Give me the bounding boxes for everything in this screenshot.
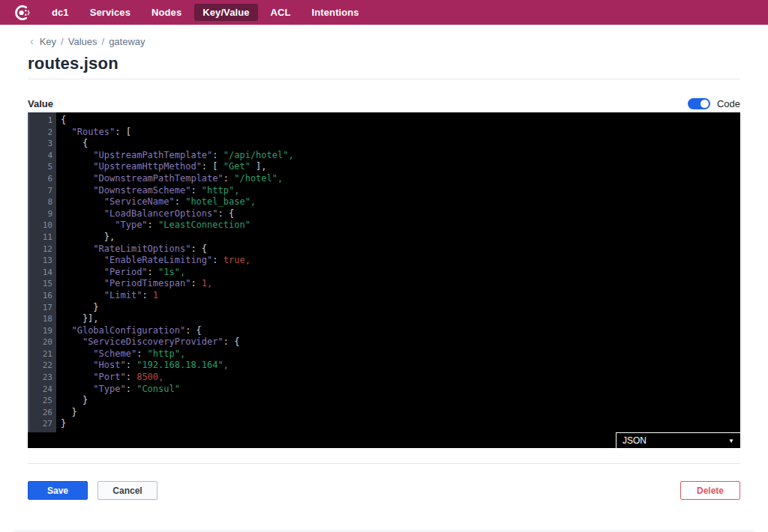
line-number: 8 [29, 196, 52, 208]
page-title: routes.json [28, 55, 740, 73]
code-line: } [61, 407, 740, 419]
code-line: "Type": "Consul" [61, 384, 740, 396]
top-nav: dc1ServicesNodesKey/ValueACLIntentions [0, 0, 768, 25]
editor-code-lines[interactable]: { "Routes": [ { "UpstreamPathTemplate": … [56, 112, 740, 432]
code-line: { [61, 115, 740, 127]
save-button[interactable]: Save [28, 481, 88, 500]
code-line: }, [61, 232, 740, 244]
code-toggle[interactable] [688, 98, 710, 109]
line-number: 23 [29, 372, 52, 384]
code-line: "GlobalConfiguration": { [61, 325, 740, 337]
line-number: 11 [29, 232, 52, 244]
consul-logo-icon[interactable] [12, 3, 32, 22]
line-number: 13 [29, 255, 52, 267]
breadcrumb: ‹ Key/Values/gateway [30, 35, 768, 47]
line-number: 19 [29, 325, 52, 337]
code-line: } [61, 395, 740, 407]
code-line: "Port": 8500, [61, 372, 740, 384]
cancel-button[interactable]: Cancel [98, 481, 158, 500]
line-number: 17 [29, 302, 52, 314]
code-line: "ServiceName": "hotel_base", [61, 196, 740, 208]
value-row: Value Code [28, 97, 740, 109]
line-number: 22 [29, 360, 52, 372]
breadcrumb-link-gateway[interactable]: gateway [109, 36, 145, 47]
code-line: } [61, 302, 740, 314]
line-number: 18 [29, 313, 52, 325]
code-line: "PeriodTimespan": 1, [61, 278, 740, 290]
code-line: } [61, 418, 740, 430]
syntax-mode-select[interactable]: JSON ▼ [616, 432, 740, 448]
line-number: 16 [29, 290, 52, 302]
line-number: 2 [29, 127, 52, 139]
code-line: "DownstreamScheme": "http", [61, 185, 740, 197]
nav-item-services[interactable]: Services [82, 4, 139, 21]
line-number: 4 [29, 150, 52, 162]
line-number: 6 [29, 173, 52, 185]
line-number: 25 [29, 395, 52, 407]
breadcrumb-separator: / [102, 36, 105, 47]
code-line: }], [61, 313, 740, 325]
line-number: 21 [29, 348, 52, 360]
code-editor: 1234567891011121314151617181920212223242… [28, 112, 740, 448]
nav-item-intentions[interactable]: Intentions [304, 4, 368, 21]
code-line: "Host": "192.168.18.164", [61, 360, 740, 372]
breadcrumb-separator: / [61, 36, 64, 47]
delete-button[interactable]: Delete [680, 481, 740, 500]
nav-item-nodes[interactable]: Nodes [143, 4, 190, 21]
nav-item-acl[interactable]: ACL [262, 4, 299, 21]
chevron-down-icon: ▼ [728, 438, 734, 444]
breadcrumb-link-values[interactable]: Values [68, 36, 98, 47]
line-number: 14 [29, 267, 52, 279]
footer-divider [14, 531, 754, 531]
line-number: 26 [29, 407, 52, 419]
editor-statusbar: JSON ▼ [28, 432, 740, 448]
line-number: 5 [29, 161, 52, 173]
code-line: "Scheme": "http", [61, 348, 740, 360]
code-line: "RateLimitOptions": { [61, 244, 740, 256]
code-line: { [61, 138, 740, 150]
toggle-knob [700, 100, 709, 108]
line-number: 3 [29, 138, 52, 150]
line-number: 10 [29, 220, 52, 232]
value-field-label: Value [28, 98, 53, 109]
code-line: "LoadBalancerOptions": { [61, 208, 740, 220]
breadcrumb-crumbs: Key/Values/gateway [40, 36, 146, 47]
code-editor-body[interactable]: 1234567891011121314151617181920212223242… [28, 112, 740, 432]
code-line: "UpstreamHttpMethod": [ "Get" ], [61, 161, 740, 173]
nav-item-key-value[interactable]: Key/Value [194, 4, 257, 21]
nav-items: dc1ServicesNodesKey/ValueACLIntentions [44, 0, 372, 25]
line-number: 1 [29, 115, 52, 127]
line-number: 20 [29, 336, 52, 348]
nav-item-dc1[interactable]: dc1 [44, 4, 77, 21]
code-line: "Type": "LeastConnection" [61, 220, 740, 232]
line-number: 24 [29, 384, 52, 396]
code-line: "Routes": [ [61, 127, 740, 139]
code-line: "UpstreamPathTemplate": "/api/hotel", [61, 150, 740, 162]
line-number: 15 [29, 278, 52, 290]
line-number: 9 [29, 208, 52, 220]
code-toggle-label: Code [717, 98, 740, 109]
code-line: "Limit": 1 [61, 290, 740, 302]
code-line: "DownstreamPathTemplate": "/hotel", [61, 173, 740, 185]
code-line: "Period": "1s", [61, 267, 740, 279]
page-header: routes.json [28, 55, 740, 79]
editor-gutter: 1234567891011121314151617181920212223242… [28, 112, 56, 432]
syntax-mode-value: JSON [622, 435, 646, 446]
code-toggle-wrap: Code [688, 98, 740, 109]
code-line: "ServiceDiscoveryProvider": { [61, 336, 740, 348]
actions-row: Save Cancel Delete [28, 463, 740, 500]
line-number: 27 [29, 418, 52, 430]
line-number: 7 [29, 185, 52, 197]
back-chevron-icon[interactable]: ‹ [30, 36, 34, 46]
line-number: 12 [29, 244, 52, 256]
breadcrumb-link-key[interactable]: Key [40, 36, 56, 47]
code-line: "EnableRateLimiting": true, [61, 255, 740, 267]
